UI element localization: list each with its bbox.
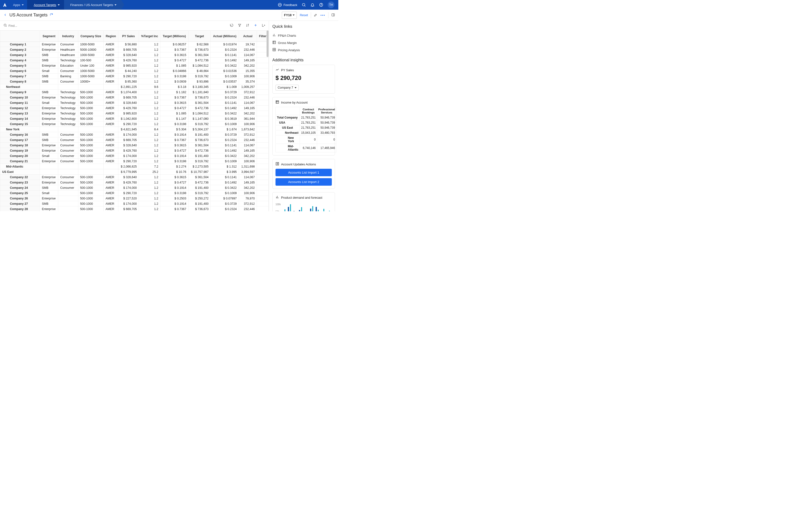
row-name[interactable]: Company 23 (0, 180, 40, 185)
cell[interactable]: AMER (103, 143, 118, 148)
cell[interactable]: $ 0.7367 (160, 207, 189, 212)
cell[interactable]: 1.2 (139, 201, 160, 207)
column-header[interactable]: Region (103, 31, 118, 42)
cell[interactable]: 500-1000 (78, 132, 103, 137)
cell[interactable]: Enterprise (40, 63, 58, 68)
tab-account-targets[interactable]: Account Targets (27, 0, 64, 10)
cell[interactable]: 1.2 (139, 90, 160, 95)
cell[interactable]: $ 1.674 (211, 127, 239, 132)
cell[interactable]: Technology (58, 100, 78, 106)
mini-table-row[interactable]: USA21,783,25150,946,739 (276, 120, 337, 125)
cell[interactable]: 500-1000 (78, 175, 103, 180)
cell[interactable]: $ 0.7367 (160, 137, 189, 143)
cell[interactable]: AMER (103, 207, 118, 212)
cell[interactable]: $ 0.03537 (211, 79, 239, 84)
cell[interactable]: $ 669,705 (118, 207, 139, 212)
cell[interactable]: $ 0.7367 (160, 95, 189, 100)
cell[interactable]: $ 290,720 (118, 121, 139, 127)
cell[interactable]: $ 0.1492 (211, 106, 239, 111)
cell[interactable]: $ 736,673 (188, 207, 210, 212)
cell[interactable]: $ 0.1914 (160, 185, 189, 190)
cell[interactable]: 1.2 (139, 143, 160, 148)
cell[interactable]: 5000-10000 (78, 47, 103, 52)
row-name[interactable]: Company 15 (0, 121, 40, 127)
cell[interactable]: $ 985,920 (118, 111, 139, 116)
cell[interactable] (58, 84, 78, 90)
cell[interactable]: 1.2 (139, 52, 160, 58)
column-header[interactable]: Industry (58, 31, 78, 42)
cell[interactable]: 149,165 (239, 148, 257, 153)
cell[interactable]: 1000-5000 (78, 52, 103, 58)
cell[interactable]: AMER (103, 52, 118, 58)
cell[interactable]: $ 191,400 (188, 185, 210, 190)
cell[interactable]: AMER (103, 95, 118, 100)
cell[interactable]: $ 1,084,512 (188, 111, 210, 116)
column-header[interactable]: Target (Millions) (160, 31, 189, 42)
cell[interactable] (257, 201, 269, 207)
cell[interactable]: Education (58, 63, 78, 68)
cell[interactable]: Enterprise (40, 42, 58, 47)
cell[interactable]: $ 174,000 (118, 201, 139, 207)
cell[interactable]: 1000-5000 (78, 74, 103, 79)
cell[interactable]: $ 669,705 (118, 95, 139, 100)
cell[interactable]: AMER (103, 63, 118, 68)
cell[interactable]: $ 0.06257 (160, 42, 189, 47)
cell[interactable]: 1.2 (139, 153, 160, 159)
cell[interactable]: Enterprise (40, 143, 58, 148)
cell[interactable]: $ 1.085 (160, 63, 189, 68)
cell[interactable]: $ 0.04866 (160, 68, 189, 74)
cell[interactable]: 500-1000 (78, 185, 103, 190)
cell[interactable]: Technology (58, 116, 78, 121)
cell[interactable] (257, 185, 269, 190)
quick-link-item[interactable]: Pricing Analysis (272, 46, 335, 54)
cell[interactable]: Small (40, 68, 58, 74)
cell[interactable]: 232,446 (239, 207, 257, 212)
cell[interactable] (78, 164, 103, 169)
cell[interactable]: Enterprise (40, 175, 58, 180)
cell[interactable]: $ 328,640 (118, 100, 139, 106)
cell[interactable]: $ 174,000 (118, 153, 139, 159)
row-name[interactable]: Company 8 (0, 79, 40, 84)
cell[interactable]: 100,906 (239, 159, 257, 164)
cell[interactable]: $ 0.4727 (160, 106, 189, 111)
cell[interactable]: $ 0.4727 (160, 58, 189, 63)
cell[interactable]: $ 191,400 (188, 201, 210, 207)
import-button-1[interactable]: Accounts List Import 1 (275, 169, 332, 176)
cell[interactable] (257, 127, 269, 132)
cell[interactable]: Enterprise (40, 207, 58, 212)
cell[interactable]: $ 3.995 (211, 169, 239, 175)
cell[interactable]: 100,906 (239, 74, 257, 79)
cell[interactable]: $ 290,720 (118, 159, 139, 164)
row-name[interactable]: Mid-Atlantic (0, 164, 40, 169)
cell[interactable]: 1.2 (139, 175, 160, 180)
cell[interactable]: 8.4 (139, 127, 160, 132)
cell[interactable]: 1.2 (139, 111, 160, 116)
table-row[interactable]: Company 10EnterpriseTechnology500-1000AM… (0, 95, 269, 100)
cell[interactable]: 10000+ (78, 79, 103, 84)
cell[interactable] (257, 207, 269, 212)
cell[interactable]: $ 0.3422 (211, 63, 239, 68)
cell[interactable]: $ 4,821,945 (118, 127, 139, 132)
cell[interactable]: $ 0.3198 (160, 74, 189, 79)
cell[interactable]: 114,067 (239, 100, 257, 106)
cell[interactable]: 1.2 (139, 137, 160, 143)
cell[interactable] (257, 148, 269, 153)
row-name[interactable]: Company 17 (0, 137, 40, 143)
mini-table-row[interactable]: New York00 (276, 135, 337, 144)
edit-button[interactable] (314, 13, 317, 17)
app-logo[interactable] (0, 0, 10, 10)
cell[interactable]: Enterprise (40, 95, 58, 100)
cell[interactable] (58, 190, 78, 196)
cell[interactable]: $ 0.1141 (211, 100, 239, 106)
cell[interactable]: AMER (103, 180, 118, 185)
cell[interactable]: 372,912 (239, 90, 257, 95)
row-name[interactable]: Company 27 (0, 201, 40, 207)
cell[interactable]: Consumer (58, 42, 78, 47)
table-row[interactable]: Company 27SMB500-1000AMER$ 174,0001.2$ 0… (0, 201, 269, 207)
cell[interactable] (257, 143, 269, 148)
row-name[interactable]: Company 18 (0, 143, 40, 148)
cell[interactable]: Consumer (58, 132, 78, 137)
back-button[interactable] (3, 13, 7, 17)
cell[interactable]: $ 1,084,512 (188, 63, 210, 68)
cell[interactable] (58, 127, 78, 132)
